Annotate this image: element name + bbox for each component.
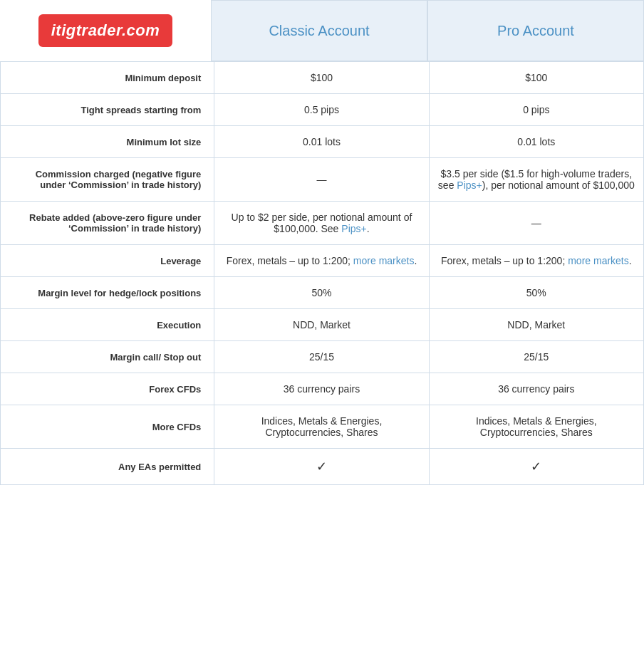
pro-account-header: Pro Account bbox=[427, 0, 644, 61]
checkmark-pro: ✓ bbox=[531, 459, 541, 474]
row-label: Leverage bbox=[1, 245, 214, 277]
table-row: ExecutionNDD, MarketNDD, Market bbox=[1, 309, 644, 341]
logo-cell: itigtrader.com bbox=[0, 0, 211, 61]
row-label: Tight spreads starting from bbox=[1, 94, 214, 126]
pro-value: $100 bbox=[429, 62, 643, 94]
table-row: Margin level for hedge/lock positions50%… bbox=[1, 277, 644, 309]
comparison-table: Minimum deposit$100$100Tight spreads sta… bbox=[0, 61, 644, 485]
classic-value: Indices, Metals & Energies, Cryptocurren… bbox=[214, 405, 429, 449]
pro-value: 50% bbox=[429, 277, 643, 309]
row-label: Minimum lot size bbox=[1, 126, 214, 158]
table-row: Tight spreads starting from0.5 pips0 pip… bbox=[1, 94, 644, 126]
table-row: More CFDsIndices, Metals & Energies, Cry… bbox=[1, 405, 644, 449]
logo-text: itigtrader.com bbox=[51, 21, 160, 39]
classic-value: 0.5 pips bbox=[214, 94, 429, 126]
table-row: LeverageForex, metals – up to 1:200; mor… bbox=[1, 245, 644, 277]
table-row: Forex CFDs36 currency pairs36 currency p… bbox=[1, 373, 644, 405]
classic-value: 50% bbox=[214, 277, 429, 309]
classic-value: NDD, Market bbox=[214, 309, 429, 341]
pro-value: Indices, Metals & Energies, Cryptocurren… bbox=[429, 405, 643, 449]
pro-value: $3.5 per side ($1.5 for high-volume trad… bbox=[429, 158, 643, 202]
pro-value: — bbox=[429, 202, 643, 245]
header-row: itigtrader.com Classic Account Pro Accou… bbox=[0, 0, 644, 61]
table-row: Any EAs permitted✓✓ bbox=[1, 449, 644, 485]
table-row: Commission charged (negative figure unde… bbox=[1, 158, 644, 202]
pro-value: 0.01 lots bbox=[429, 126, 643, 158]
checkmark-classic: ✓ bbox=[316, 459, 327, 474]
table-row: Minimum lot size0.01 lots0.01 lots bbox=[1, 126, 644, 158]
row-label: Execution bbox=[1, 309, 214, 341]
classic-value: 0.01 lots bbox=[214, 126, 429, 158]
pro-value: 0 pips bbox=[429, 94, 643, 126]
classic-value: $100 bbox=[214, 62, 429, 94]
classic-value: 36 currency pairs bbox=[214, 373, 429, 405]
row-label: Rebate added (above-zero figure under ‘C… bbox=[1, 202, 214, 245]
table-row: Margin call/ Stop out25/1525/15 bbox=[1, 341, 644, 373]
row-label: Any EAs permitted bbox=[1, 449, 214, 485]
pro-value: NDD, Market bbox=[429, 309, 643, 341]
classic-value: ✓ bbox=[214, 449, 429, 485]
pro-value: Forex, metals – up to 1:200; more market… bbox=[429, 245, 643, 277]
classic-value: — bbox=[214, 158, 429, 202]
table-row: Minimum deposit$100$100 bbox=[1, 62, 644, 94]
logo-box: itigtrader.com bbox=[38, 14, 172, 47]
row-label: Commission charged (negative figure unde… bbox=[1, 158, 214, 202]
pro-value: ✓ bbox=[429, 449, 643, 485]
classic-account-header: Classic Account bbox=[211, 0, 427, 61]
classic-value: 25/15 bbox=[214, 341, 429, 373]
pro-value: 36 currency pairs bbox=[429, 373, 643, 405]
row-label: Margin call/ Stop out bbox=[1, 341, 214, 373]
classic-value: Up to $2 per side, per notional amount o… bbox=[214, 202, 429, 245]
page-wrapper: itigtrader.com Classic Account Pro Accou… bbox=[0, 0, 644, 485]
row-label: Minimum deposit bbox=[1, 62, 214, 94]
row-label: Margin level for hedge/lock positions bbox=[1, 277, 214, 309]
row-label: More CFDs bbox=[1, 405, 214, 449]
classic-value: Forex, metals – up to 1:200; more market… bbox=[214, 245, 429, 277]
pro-value: 25/15 bbox=[429, 341, 643, 373]
row-label: Forex CFDs bbox=[1, 373, 214, 405]
table-row: Rebate added (above-zero figure under ‘C… bbox=[1, 202, 644, 245]
